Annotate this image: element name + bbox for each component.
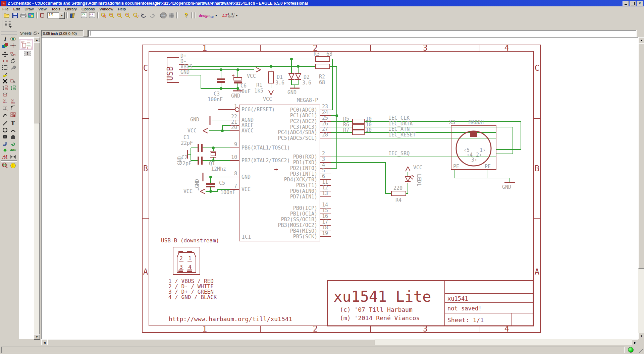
zoom-fit-button[interactable] (100, 12, 108, 19)
tool-net-button[interactable] (9, 140, 16, 146)
tool-invoke-button[interactable] (9, 111, 16, 118)
menu-edit[interactable]: Edit (11, 7, 22, 11)
sheet-selector[interactable]: 1/1 ▼ (47, 12, 65, 19)
tool-move-button[interactable] (1, 51, 8, 57)
tool-rect-button[interactable] (1, 133, 8, 140)
hscroll-thumb[interactable] (47, 339, 375, 346)
toolbar-grip[interactable] (1, 12, 2, 18)
tool-miter-button[interactable] (9, 105, 16, 111)
resistor-r7[interactable]: R7 10 (343, 127, 372, 135)
ratsnest-button[interactable] (167, 12, 175, 19)
zoom-out-button[interactable] (116, 12, 124, 19)
chevron-down-icon[interactable]: ▼ (59, 12, 65, 19)
tool-rotate-button[interactable] (9, 58, 16, 64)
command-input[interactable] (88, 30, 637, 37)
zoom-select-button[interactable] (132, 12, 140, 19)
tool-cut-button[interactable] (1, 71, 8, 77)
print-button[interactable] (19, 12, 27, 19)
tool-del-button[interactable] (1, 78, 8, 84)
tool-add-button[interactable] (9, 78, 16, 84)
close-panel-icon[interactable]: × (38, 31, 40, 35)
horizontal-scrollbar[interactable]: ◀ ▶ (41, 339, 638, 345)
tool-pinswap-button[interactable] (1, 84, 8, 91)
resize-grip-icon[interactable] (639, 349, 643, 353)
menu-tools[interactable]: Tools (49, 7, 63, 11)
usb-b-symbol[interactable]: USB-B (downstream) 2 1 3 4 (161, 237, 219, 275)
tool-polygon-button[interactable] (9, 133, 16, 140)
resistor-r2[interactable]: R2 68 (316, 64, 330, 85)
zoom-redraw-button[interactable] (124, 12, 132, 19)
tool-info-button[interactable]: i (1, 36, 8, 42)
chevron-down-icon[interactable]: ▼ (235, 14, 238, 17)
tool-show-button[interactable] (9, 36, 16, 42)
sheet-1-item[interactable]: 1 (24, 51, 31, 56)
tool-split-button[interactable] (1, 111, 8, 118)
tool-value-button[interactable]: R210k (9, 98, 16, 104)
menu-window[interactable]: Window (97, 7, 116, 11)
zoom-in-button[interactable] (108, 12, 116, 19)
menu-file[interactable]: File (0, 7, 11, 11)
palette-grip[interactable] (1, 31, 17, 35)
tool-wire-button[interactable] (1, 120, 8, 126)
scroll-down-icon[interactable]: ▼ (34, 334, 40, 340)
menu-draw[interactable]: Draw (22, 7, 36, 11)
run-ulp-button[interactable]: ULP (88, 12, 96, 19)
tool-mark-button[interactable] (9, 42, 16, 49)
stop-button[interactable]: STOP (159, 12, 167, 19)
tool-circle-button[interactable] (1, 127, 8, 133)
menu-help[interactable]: Help (115, 7, 128, 11)
scroll-right-icon[interactable]: ▶ (632, 339, 638, 346)
tool-name-button[interactable]: R210k (1, 98, 8, 104)
tool-mirror-button[interactable] (1, 58, 8, 64)
usb-connector[interactable]: USB D+ D- VBUS GND (165, 53, 193, 82)
help-button[interactable]: ? (182, 12, 190, 19)
library-button[interactable] (69, 12, 77, 19)
zener-d2[interactable]: D2 3.6 (295, 73, 311, 86)
close-button[interactable]: × (637, 1, 643, 6)
scroll-left-icon[interactable]: ◀ (41, 339, 48, 346)
scroll-up-icon[interactable]: ▲ (34, 37, 40, 43)
run-script-button[interactable]: SCR (80, 12, 88, 19)
tool-text-button[interactable]: T (9, 120, 16, 126)
design-link-button[interactable]: design link ▼ (199, 13, 217, 18)
resistor-r1[interactable]: R1 1k5 (254, 72, 273, 94)
vscroll-thumb[interactable] (638, 43, 644, 269)
scroll-down-icon[interactable]: ▼ (638, 333, 644, 339)
minimize-button[interactable] (623, 1, 629, 6)
tool-junction-button[interactable] (1, 147, 8, 153)
sheets-scrollbar-thumb[interactable] (34, 42, 40, 123)
resistor-r4[interactable]: 220 R4 (391, 185, 406, 203)
tool-change-button[interactable] (9, 64, 16, 71)
grid-button[interactable] (3, 20, 13, 29)
tool-erc-button[interactable] (1, 162, 8, 169)
schematic-canvas[interactable]: 1 2 3 4 1 2 3 4 C B A C B A (41, 37, 638, 339)
tool-bus-button[interactable] (1, 140, 8, 146)
undo-button[interactable] (140, 12, 148, 19)
cap-c1[interactable]: C1 22pF (181, 134, 203, 152)
tool-gateswap-button[interactable] (9, 84, 16, 91)
tool-group-button[interactable] (1, 64, 8, 71)
tool-arc-button[interactable] (9, 127, 16, 133)
open-board-button[interactable] (39, 12, 47, 19)
ic-mega8[interactable]: MEGA8-P IC1 1PC6(/RESET)22AGND21AREF20AV… (218, 97, 331, 241)
net-wires[interactable] (187, 59, 521, 193)
tool-copy-button[interactable] (9, 51, 16, 57)
cam-processor-button[interactable] (27, 12, 35, 19)
scroll-up-icon[interactable]: ▲ (638, 37, 644, 44)
title-bar[interactable]: E 2 Schematic - C:\Documents and Setting… (0, 0, 644, 6)
sheet-thumbnail[interactable] (19, 39, 33, 51)
tool-replace-button[interactable] (1, 91, 8, 98)
ltc-spice-button[interactable]: LT LTC spice ▼ (222, 13, 238, 18)
save-button[interactable] (11, 12, 19, 19)
tool-attribute-button[interactable]: >AT (1, 154, 8, 160)
open-button[interactable] (3, 12, 11, 19)
tool-label-button[interactable]: ABC (9, 147, 16, 153)
crystal-q1[interactable]: Q1 12Mhz (209, 151, 226, 172)
menu-view[interactable]: View (36, 7, 49, 11)
maximize-button[interactable] (630, 1, 636, 6)
float-panel-icon[interactable] (34, 32, 36, 35)
tool-errors-button[interactable]: ! (9, 162, 16, 169)
toolbar-grip[interactable] (1, 20, 2, 28)
chevron-down-icon[interactable]: ▼ (215, 14, 218, 17)
tool-dimension-button[interactable] (9, 154, 16, 160)
